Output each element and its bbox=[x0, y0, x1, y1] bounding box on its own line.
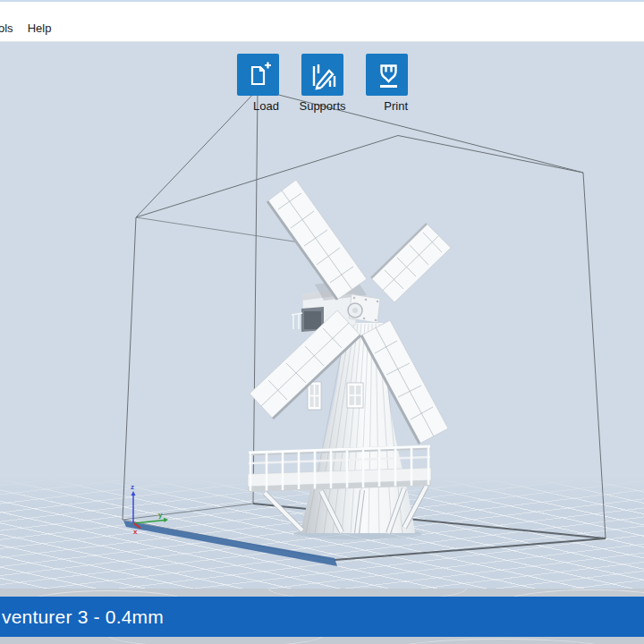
windmill-3d-model[interactable] bbox=[248, 180, 451, 539]
print-button-label: Print bbox=[384, 99, 408, 113]
load-button[interactable]: Load bbox=[237, 54, 279, 114]
tower-window-left bbox=[308, 382, 321, 410]
supports-button-label: Supports bbox=[299, 99, 345, 113]
viewport-3d[interactable]: z y x Load bbox=[0, 42, 644, 589]
load-file-icon bbox=[242, 58, 275, 92]
tower-window-right bbox=[347, 383, 363, 408]
supports-edit-icon bbox=[306, 58, 340, 92]
scene-canvas: z y x bbox=[0, 42, 644, 589]
menu-bar: ols Help bbox=[0, 2, 644, 42]
axis-label-x: x bbox=[133, 528, 138, 536]
status-strip-top bbox=[0, 589, 644, 597]
printer-profile-text: venturer 3 - 0.4mm bbox=[2, 606, 164, 628]
menu-item-tools[interactable]: ols bbox=[0, 21, 21, 41]
print-extruder-icon bbox=[370, 58, 404, 92]
windmill-hub bbox=[348, 294, 380, 323]
axis-label-z: z bbox=[131, 483, 134, 491]
axis-label-y: y bbox=[158, 511, 163, 519]
status-strip-bottom bbox=[0, 637, 644, 644]
status-bar: venturer 3 - 0.4mm bbox=[0, 597, 644, 637]
menu-item-help[interactable]: Help bbox=[21, 21, 59, 41]
load-button-label: Load bbox=[253, 99, 279, 113]
supports-button[interactable]: Supports bbox=[301, 54, 343, 114]
print-button[interactable]: Print bbox=[366, 54, 408, 114]
